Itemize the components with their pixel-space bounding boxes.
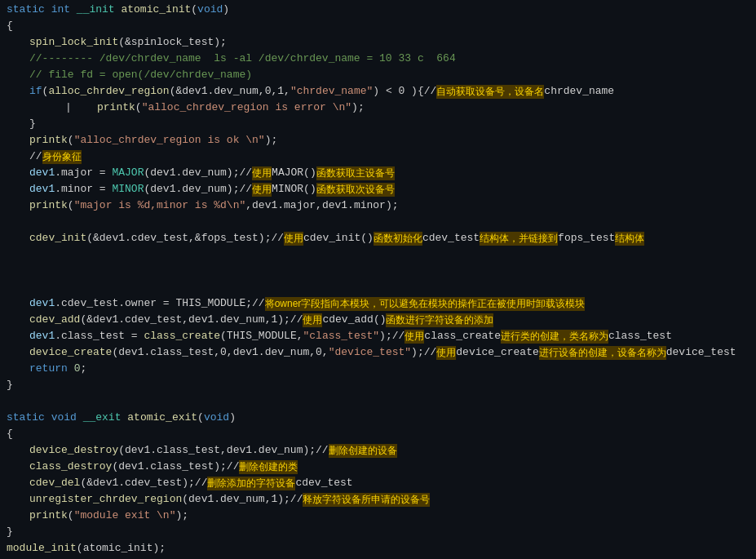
line-27: { bbox=[0, 428, 756, 444]
brace-open2: { bbox=[7, 428, 13, 440]
string-chrdev-name: "chrdev_name" bbox=[290, 85, 373, 97]
line-16 bbox=[0, 248, 756, 264]
line-6: if(alloc_chrdev_region(&dev1.dev_num,0,1… bbox=[0, 85, 756, 101]
cn-cdev-del-comment: 删除添加的字符设备 bbox=[207, 477, 295, 490]
keyword-static2: static bbox=[7, 411, 45, 424]
line-15: cdev_init(&dev1.cdev_test,&fops_test);//… bbox=[0, 232, 756, 248]
string-major-minor-fmt: "major is %d,minor is %d\n" bbox=[74, 199, 246, 211]
cn-major-comment: 使用 bbox=[252, 166, 272, 180]
keyword-int: int bbox=[51, 3, 70, 16]
string-exit-msg: "module exit \n" bbox=[74, 509, 176, 521]
var-class-test: dev1 bbox=[29, 330, 55, 342]
cn-minor-comment2: 函数获取次设备号 bbox=[316, 183, 395, 197]
cn-owner-comment: 将owner字段指向本模块，可以避免在模块的操作正在被使用时卸载该模块 bbox=[265, 297, 586, 311]
func-device-create: device_create bbox=[29, 346, 112, 358]
string-class-test: "class_test" bbox=[303, 330, 379, 342]
line-19: dev1.cdev_test.owner = THIS_MODULE;//将ow… bbox=[0, 297, 756, 313]
func-printk-major-minor: printk bbox=[29, 199, 68, 211]
string-error-msg: "alloc_chrdev_region is error \n" bbox=[142, 101, 351, 113]
cn-auto-get-device-num: 自动获取设备号，设备名 bbox=[436, 85, 544, 99]
line-14 bbox=[0, 215, 756, 232]
code-editor: static int __init atomic_init(void) { sp… bbox=[0, 0, 756, 559]
line-25 bbox=[0, 395, 756, 411]
num-zero: 0 bbox=[74, 362, 81, 375]
cn-minor-comment: 使用 bbox=[252, 183, 272, 197]
line-28: device_destroy(dev1.class_test,dev1.dev_… bbox=[0, 444, 756, 460]
line-20: cdev_add(&dev1.cdev_test,dev1.dev_num,1)… bbox=[0, 313, 756, 330]
func-spin-lock-init: spin_lock_init bbox=[29, 36, 118, 48]
func-printk-ok: printk bbox=[29, 134, 68, 146]
func-atomic-exit: atomic_exit bbox=[127, 411, 197, 424]
func-alloc-chrdev: alloc_chrdev_region bbox=[48, 85, 169, 97]
brace-open: { bbox=[7, 20, 13, 32]
cn-cdev-init-comment2: 函数初始化 bbox=[374, 232, 422, 246]
func-class-create: class_create bbox=[144, 330, 220, 342]
cn-cdev-init-comment3: 结构体，并链接到 bbox=[480, 232, 558, 246]
line-34: module_init(atomic_init); bbox=[0, 542, 756, 558]
line-12: dev1.minor = MINOR(dev1.dev_num);//使用MIN… bbox=[0, 183, 756, 199]
cn-class-create-comment: 使用 bbox=[405, 330, 424, 344]
line-30: cdev_del(&dev1.cdev_test);//删除添加的字符设备cde… bbox=[0, 477, 756, 493]
line-26: static void __exit atomic_exit(void) bbox=[0, 411, 756, 428]
line-13: printk("major is %d,minor is %d\n",dev1.… bbox=[0, 199, 756, 215]
cn-major-comment2: 函数获取主设备号 bbox=[316, 166, 395, 180]
line-22: device_create(dev1.class_test,0,dev1.dev… bbox=[0, 346, 756, 362]
line-7: | printk("alloc_chrdev_region is error \… bbox=[0, 101, 756, 118]
keyword-static: static bbox=[7, 3, 45, 16]
func-device-destroy: device_destroy bbox=[29, 444, 118, 456]
keyword-void: void bbox=[197, 3, 223, 16]
keyword-if: if bbox=[29, 85, 42, 97]
line-11: dev1.major = MAJOR(dev1.dev_num);//使用MAJ… bbox=[0, 166, 756, 183]
cn-device-destroy-comment: 删除创建的设备 bbox=[329, 444, 397, 458]
cn-class-create-comment2: 进行类的创建，类名称为 bbox=[501, 330, 608, 344]
comment-chrdev-ls: //-------- /dev/chrdev_name ls -al /dev/… bbox=[29, 52, 456, 64]
brace-close-if: } bbox=[29, 118, 36, 130]
line-29: class_destroy(dev1.class_test);//删除创建的类 bbox=[0, 460, 756, 477]
keyword-void: void bbox=[51, 411, 77, 424]
line-17 bbox=[0, 264, 756, 281]
cn-class-destroy-comment: 删除创建的类 bbox=[239, 460, 298, 474]
var-cdev-owner: dev1 bbox=[29, 297, 55, 309]
line-21: dev1.class_test = class_create(THIS_MODU… bbox=[0, 330, 756, 346]
brace-close-func: } bbox=[7, 379, 13, 391]
func-printk-error: printk bbox=[97, 101, 135, 113]
func-module-init: module_init bbox=[7, 542, 77, 554]
cn-cdev-init-comment4: 结构体 bbox=[615, 232, 644, 246]
func-printk-exit: printk bbox=[29, 509, 68, 521]
line-18 bbox=[0, 281, 756, 297]
func-cdev-del: cdev_del bbox=[29, 477, 80, 489]
macro-init: __init bbox=[77, 3, 115, 16]
line-9: printk("alloc_chrdev_region is ok \n"); bbox=[0, 134, 756, 150]
line-32: printk("module exit \n"); bbox=[0, 509, 756, 526]
line-2: { bbox=[0, 20, 756, 36]
string-device-test: "device_test" bbox=[329, 346, 411, 358]
keyword-void2: void bbox=[204, 411, 229, 424]
cn-cdev-add-comment: 使用 bbox=[303, 313, 322, 327]
line-31: unregister_chrdev_region(dev1.dev_num,1)… bbox=[0, 493, 756, 509]
line-8: } bbox=[0, 118, 756, 134]
var-dev1-major: dev1 bbox=[29, 166, 55, 179]
line-33: } bbox=[0, 526, 756, 542]
var-dev1-minor: dev1 bbox=[29, 183, 55, 195]
macro-minor: MINOR bbox=[112, 183, 144, 195]
func-cdev-add: cdev_add bbox=[29, 313, 80, 326]
func-unregister: unregister_chrdev_region bbox=[29, 493, 182, 505]
brace-close-exit: } bbox=[7, 526, 13, 538]
line-10: //身份象征 bbox=[0, 150, 756, 166]
cn-cdev-add-comment2: 函数进行字符设备的添加 bbox=[386, 313, 493, 327]
line-1: static int __init atomic_init(void) bbox=[0, 3, 756, 20]
func-atomic-init: atomic_init bbox=[121, 3, 191, 16]
macro-major: MAJOR bbox=[112, 166, 144, 179]
func-class-destroy: class_destroy bbox=[29, 460, 112, 472]
comment-file-fd: // file fd = open(/dev/chrdev_name) bbox=[29, 69, 252, 81]
line-23: return 0; bbox=[0, 362, 756, 379]
line-24: } bbox=[0, 379, 756, 395]
cn-identity-symbol: 身份象征 bbox=[42, 150, 82, 164]
keyword-return: return bbox=[29, 362, 68, 375]
cn-device-create-comment: 使用 bbox=[436, 346, 456, 360]
func-cdev-init: cdev_init bbox=[29, 232, 86, 244]
cn-unregister-comment: 释放字符设备所申请的设备号 bbox=[303, 493, 430, 507]
cn-device-create-comment2: 进行设备的创建，设备名称为 bbox=[539, 346, 666, 360]
string-ok-msg: "alloc_chrdev_region is ok \n" bbox=[74, 134, 265, 146]
cn-cdev-init-comment: 使用 bbox=[284, 232, 303, 246]
